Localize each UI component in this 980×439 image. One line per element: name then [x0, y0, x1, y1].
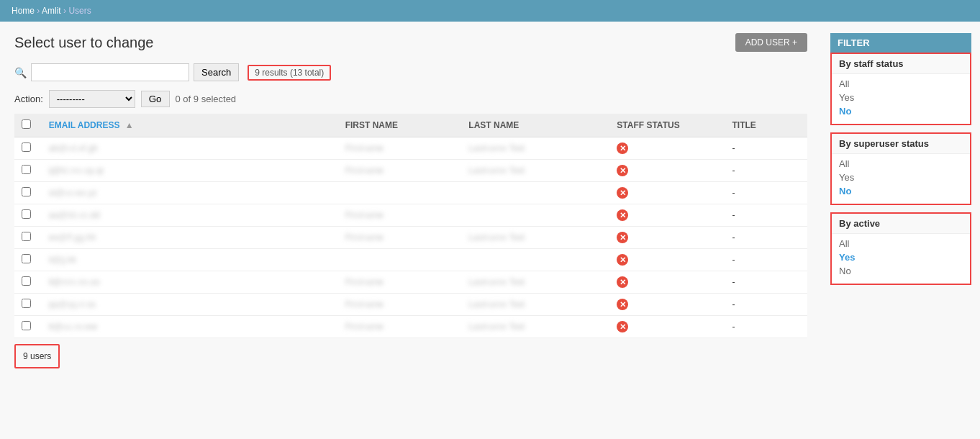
table-header-row: EMAIL ADDRESS ▲ FIRST NAME LAST NAME STA…	[14, 114, 807, 137]
row-lastname: Lastname Text	[461, 137, 609, 160]
row-firstname	[338, 182, 462, 204]
table-row: ij@kl.mn.op.qr Firstname Lastname Text ✕…	[14, 160, 807, 182]
users-table: EMAIL ADDRESS ▲ FIRST NAME LAST NAME STA…	[14, 114, 807, 338]
select-all-checkbox[interactable]	[22, 119, 31, 129]
filter-section-header-0: By staff status	[832, 54, 970, 74]
row-checkbox-cell[interactable]	[14, 227, 42, 249]
row-checkbox[interactable]	[22, 299, 31, 308]
row-checkbox-cell[interactable]	[14, 182, 42, 204]
add-user-button[interactable]: ADD USER +	[735, 33, 807, 52]
action-select[interactable]: ---------	[49, 90, 135, 108]
row-checkbox-cell[interactable]	[14, 316, 42, 338]
filter-option-1-2[interactable]: No	[839, 184, 963, 198]
filter-option-0-0[interactable]: All	[839, 77, 963, 91]
row-lastname: Lastname Text	[461, 294, 609, 316]
user-count: 9 users	[23, 351, 51, 361]
table-footer: 9 users	[14, 344, 60, 368]
row-checkbox[interactable]	[22, 276, 31, 286]
row-firstname: Firstname	[338, 160, 462, 182]
filter-option-1-1[interactable]: Yes	[839, 171, 963, 184]
row-email[interactable]: ab@cd.ef.gh	[42, 137, 338, 160]
filter-section-header-2: By active	[832, 214, 970, 234]
col-header-staff[interactable]: STAFF STATUS	[609, 114, 725, 137]
filter-section-1: By superuser statusAllYesNo	[830, 132, 971, 205]
filter-option-1-0[interactable]: All	[839, 157, 963, 171]
row-checkbox-cell[interactable]	[14, 137, 42, 160]
row-email[interactable]: ii@jj.kk	[42, 249, 338, 271]
row-title: -	[725, 271, 807, 294]
row-lastname	[461, 204, 609, 227]
row-lastname: Lastname Text	[461, 316, 609, 338]
filter-section-0: By staff statusAllYesNo	[830, 53, 971, 125]
col-header-lastname[interactable]: LAST NAME	[461, 114, 609, 137]
row-email[interactable]: pp@qq.rr.ss	[42, 294, 338, 316]
col-header-email[interactable]: EMAIL ADDRESS ▲	[42, 114, 338, 137]
row-checkbox[interactable]	[22, 165, 31, 174]
table-row: ab@cd.ef.gh Firstname Lastname Text ✕ -	[14, 137, 807, 160]
status-false-icon: ✕	[617, 142, 628, 154]
status-false-icon: ✕	[617, 321, 628, 332]
filter-option-2-1[interactable]: Yes	[839, 250, 963, 264]
row-staff-status: ✕	[609, 316, 725, 338]
status-false-icon: ✕	[617, 187, 628, 199]
filter-option-2-2[interactable]: No	[839, 264, 963, 278]
page-title: Select user to change	[14, 35, 153, 51]
row-email[interactable]: st@uv.wx.yz	[42, 182, 338, 204]
breadcrumb-amlit[interactable]: Amlit	[42, 6, 61, 16]
row-staff-status: ✕	[609, 137, 725, 160]
row-title: -	[725, 249, 807, 271]
row-firstname: Firstname	[338, 137, 462, 160]
filter-option-2-0[interactable]: All	[839, 237, 963, 250]
row-title: -	[725, 204, 807, 227]
row-checkbox[interactable]	[22, 187, 31, 196]
filter-option-0-1[interactable]: Yes	[839, 91, 963, 104]
row-title: -	[725, 294, 807, 316]
search-icon: 🔍	[14, 67, 27, 78]
row-staff-status: ✕	[609, 227, 725, 249]
search-input[interactable]	[31, 63, 189, 81]
col-header-title[interactable]: TITLE	[725, 114, 807, 137]
go-button[interactable]: Go	[141, 91, 170, 107]
table-row: ll@mm.nn.oo Firstname Lastname Text ✕ -	[14, 271, 807, 294]
col-header-firstname[interactable]: FIRST NAME	[338, 114, 462, 137]
select-all-header[interactable]	[14, 114, 42, 137]
action-bar: Action: --------- Go 0 of 9 selected	[14, 90, 807, 108]
row-firstname: Firstname	[338, 316, 462, 338]
row-checkbox-cell[interactable]	[14, 249, 42, 271]
search-button[interactable]: Search	[194, 63, 239, 81]
breadcrumb-home[interactable]: Home	[12, 6, 35, 16]
row-lastname: Lastname Text	[461, 160, 609, 182]
row-checkbox[interactable]	[22, 254, 31, 263]
row-checkbox-cell[interactable]	[14, 294, 42, 316]
row-lastname	[461, 182, 609, 204]
row-firstname: Firstname	[338, 271, 462, 294]
row-checkbox[interactable]	[22, 142, 31, 152]
filter-section-2: By activeAllYesNo	[830, 212, 971, 285]
row-checkbox[interactable]	[22, 209, 31, 219]
row-email[interactable]: ll@mm.nn.oo	[42, 271, 338, 294]
row-email[interactable]: aa@bb.cc.dd	[42, 204, 338, 227]
filter-title: FILTER	[830, 33, 971, 53]
status-false-icon: ✕	[617, 299, 628, 310]
row-staff-status: ✕	[609, 249, 725, 271]
row-checkbox-cell[interactable]	[14, 204, 42, 227]
row-checkbox-cell[interactable]	[14, 271, 42, 294]
row-checkbox[interactable]	[22, 232, 31, 241]
row-staff-status: ✕	[609, 182, 725, 204]
filter-option-0-2[interactable]: No	[839, 104, 963, 118]
row-email[interactable]: ij@kl.mn.op.qr	[42, 160, 338, 182]
row-email[interactable]: tt@uu.vv.ww	[42, 316, 338, 338]
status-false-icon: ✕	[617, 209, 628, 221]
row-lastname	[461, 249, 609, 271]
row-checkbox-cell[interactable]	[14, 160, 42, 182]
filter-section-header-1: By superuser status	[832, 134, 970, 154]
row-staff-status: ✕	[609, 294, 725, 316]
search-bar: 🔍 Search 9 results (13 total)	[14, 63, 807, 81]
row-checkbox[interactable]	[22, 321, 31, 330]
row-title: -	[725, 227, 807, 249]
result-count: 9 results (13 total)	[248, 65, 331, 81]
row-firstname: Firstname	[338, 227, 462, 249]
row-title: -	[725, 160, 807, 182]
row-email[interactable]: ee@ff.gg.hh	[42, 227, 338, 249]
row-title: -	[725, 182, 807, 204]
